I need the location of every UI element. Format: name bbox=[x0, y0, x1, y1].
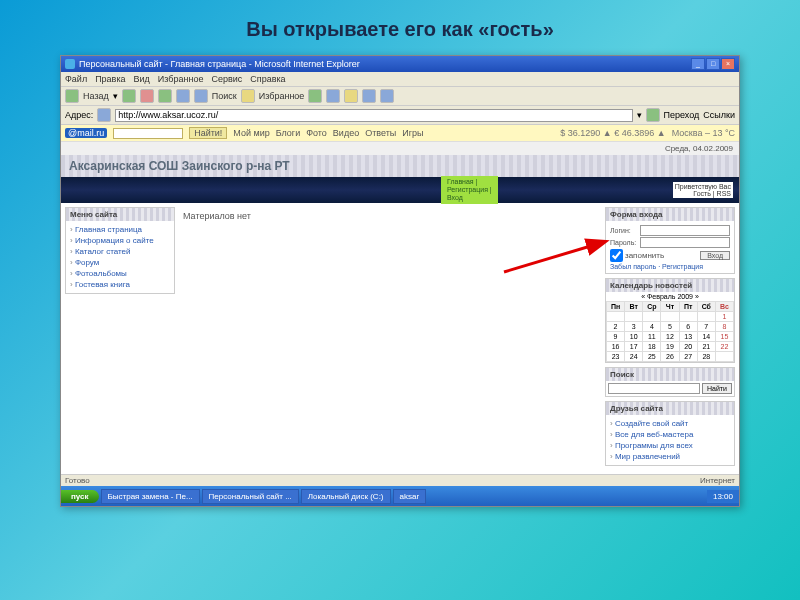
calendar-cell[interactable]: 16 bbox=[607, 342, 625, 352]
taskbar-item[interactable]: aksar bbox=[393, 489, 427, 504]
calendar-cell[interactable]: 1 bbox=[715, 312, 733, 322]
friend-link[interactable]: Программы для всех bbox=[610, 440, 730, 451]
login-button[interactable]: Вход bbox=[700, 251, 730, 260]
menu-item[interactable]: Фотоальбомы bbox=[70, 268, 170, 279]
menu-edit[interactable]: Правка bbox=[95, 74, 125, 84]
mailru-link[interactable]: Ответы bbox=[365, 128, 396, 138]
menu-item[interactable]: Каталог статей bbox=[70, 246, 170, 257]
print-icon[interactable] bbox=[344, 89, 358, 103]
site-search-input[interactable] bbox=[608, 383, 700, 394]
calendar-cell[interactable]: 8 bbox=[715, 322, 733, 332]
mailru-link[interactable]: Фото bbox=[306, 128, 327, 138]
search-button[interactable]: Поиск bbox=[212, 91, 237, 101]
remember-checkbox[interactable] bbox=[610, 249, 623, 262]
password-input[interactable] bbox=[640, 237, 730, 248]
dropdown-icon[interactable]: ▾ bbox=[637, 110, 642, 120]
calendar-day-header: Пн bbox=[607, 302, 625, 312]
mailru-link[interactable]: Мой мир bbox=[233, 128, 269, 138]
page-content: Среда, 04.02.2009 Аксаринская СОШ Заинск… bbox=[61, 142, 739, 474]
calendar-cell bbox=[715, 352, 733, 362]
mailru-link[interactable]: Видео bbox=[333, 128, 359, 138]
edit-icon[interactable] bbox=[362, 89, 376, 103]
calendar-cell[interactable]: 28 bbox=[697, 352, 715, 362]
calendar-cell[interactable]: 25 bbox=[643, 352, 661, 362]
home-icon[interactable] bbox=[176, 89, 190, 103]
site-search-button[interactable]: Найти bbox=[702, 383, 732, 394]
start-button[interactable]: пуск bbox=[61, 490, 99, 503]
taskbar-item[interactable]: Быстрая замена - Пе... bbox=[101, 489, 200, 504]
menu-item[interactable]: Форум bbox=[70, 257, 170, 268]
calendar-cell[interactable]: 15 bbox=[715, 332, 733, 342]
mailru-search-input[interactable] bbox=[113, 128, 183, 139]
back-icon[interactable] bbox=[65, 89, 79, 103]
taskbar-item[interactable]: Локальный диск (C:) bbox=[301, 489, 391, 504]
menu-view[interactable]: Вид bbox=[134, 74, 150, 84]
back-button[interactable]: Назад bbox=[83, 91, 109, 101]
nav-links[interactable]: Главная | Регистрация | Вход bbox=[441, 176, 498, 204]
calendar-cell[interactable]: 12 bbox=[661, 332, 679, 342]
mailru-search-button[interactable]: Найти! bbox=[189, 127, 227, 139]
calendar-cell[interactable]: 13 bbox=[679, 332, 697, 342]
calendar-cell[interactable]: 4 bbox=[643, 322, 661, 332]
system-tray[interactable]: 13:00 bbox=[707, 490, 739, 503]
calendar-cell[interactable]: 21 bbox=[697, 342, 715, 352]
menubar: Файл Правка Вид Избранное Сервис Справка bbox=[61, 72, 739, 87]
mail-icon[interactable] bbox=[326, 89, 340, 103]
mailru-logo[interactable]: @mail.ru bbox=[65, 128, 107, 138]
calendar-cell[interactable]: 11 bbox=[643, 332, 661, 342]
calendar-cell[interactable]: 10 bbox=[625, 332, 643, 342]
forward-icon[interactable] bbox=[122, 89, 136, 103]
login-input[interactable] bbox=[640, 225, 730, 236]
mailru-link[interactable]: Игры bbox=[402, 128, 423, 138]
calendar-cell[interactable]: 14 bbox=[697, 332, 715, 342]
go-button[interactable]: Переход bbox=[664, 110, 700, 120]
calendar-cell[interactable]: 27 bbox=[679, 352, 697, 362]
calendar-cell[interactable]: 22 bbox=[715, 342, 733, 352]
calendar-cell[interactable]: 2 bbox=[607, 322, 625, 332]
calendar-nav[interactable]: « Февраль 2009 » bbox=[606, 292, 734, 301]
dropdown-icon[interactable]: ▾ bbox=[113, 91, 118, 101]
calendar-cell[interactable]: 24 bbox=[625, 352, 643, 362]
calendar-cell[interactable]: 7 bbox=[697, 322, 715, 332]
mailru-link[interactable]: Блоги bbox=[276, 128, 300, 138]
calendar-cell[interactable]: 17 bbox=[625, 342, 643, 352]
maximize-button[interactable]: □ bbox=[706, 58, 720, 70]
address-input[interactable] bbox=[115, 109, 632, 122]
taskbar: пуск Быстрая замена - Пе... Персональный… bbox=[61, 486, 739, 506]
search-icon[interactable] bbox=[194, 89, 208, 103]
stop-icon[interactable] bbox=[140, 89, 154, 103]
menu-item[interactable]: Главная страница bbox=[70, 224, 170, 235]
calendar-cell[interactable]: 26 bbox=[661, 352, 679, 362]
taskbar-item[interactable]: Персональный сайт ... bbox=[202, 489, 299, 504]
close-button[interactable]: × bbox=[721, 58, 735, 70]
calendar-day-header: Чт bbox=[661, 302, 679, 312]
calendar-cell[interactable]: 9 bbox=[607, 332, 625, 342]
menu-file[interactable]: Файл bbox=[65, 74, 87, 84]
calendar-cell[interactable]: 19 bbox=[661, 342, 679, 352]
refresh-icon[interactable] bbox=[158, 89, 172, 103]
forgot-link[interactable]: Забыл пароль bbox=[610, 263, 656, 270]
calendar-cell[interactable]: 18 bbox=[643, 342, 661, 352]
menu-help[interactable]: Справка bbox=[250, 74, 285, 84]
menu-item[interactable]: Информация о сайте bbox=[70, 235, 170, 246]
calendar-cell[interactable]: 20 bbox=[679, 342, 697, 352]
history-icon[interactable] bbox=[308, 89, 322, 103]
links-button[interactable]: Ссылки bbox=[703, 110, 735, 120]
menu-item[interactable]: Гостевая книга bbox=[70, 279, 170, 290]
minimize-button[interactable]: _ bbox=[691, 58, 705, 70]
calendar-cell[interactable]: 5 bbox=[661, 322, 679, 332]
menu-tools[interactable]: Сервис bbox=[211, 74, 242, 84]
favorites-button[interactable]: Избранное bbox=[259, 91, 305, 101]
friend-link[interactable]: Все для веб-мастера bbox=[610, 429, 730, 440]
friend-link[interactable]: Мир развлечений bbox=[610, 451, 730, 462]
calendar-cell[interactable]: 6 bbox=[679, 322, 697, 332]
menu-favorites[interactable]: Избранное bbox=[158, 74, 204, 84]
register-link[interactable]: Регистрация bbox=[662, 263, 703, 270]
favorites-icon[interactable] bbox=[241, 89, 255, 103]
go-icon[interactable] bbox=[646, 108, 660, 122]
friend-link[interactable]: Создайте свой сайт bbox=[610, 418, 730, 429]
calendar-cell[interactable]: 23 bbox=[607, 352, 625, 362]
calendar-cell[interactable]: 3 bbox=[625, 322, 643, 332]
tool-icon[interactable] bbox=[380, 89, 394, 103]
weather: Москва – 13 °C bbox=[672, 128, 735, 138]
